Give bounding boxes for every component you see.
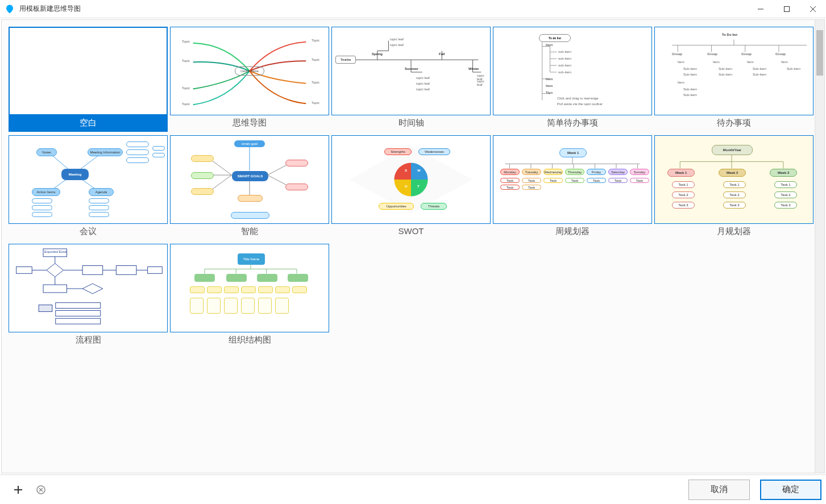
svg-rect-68 — [16, 266, 32, 273]
delete-template-button[interactable] — [33, 482, 49, 498]
vertical-scrollbar[interactable] — [815, 20, 824, 473]
template-week-plan-label: 周规划器 — [493, 224, 652, 240]
template-orgchart-thumb: Title Name — [170, 244, 329, 332]
template-grid-wrap: 空白 — [2, 20, 815, 473]
scrollbar-thumb[interactable] — [816, 30, 823, 76]
svg-rect-60 — [116, 266, 136, 275]
template-swot[interactable]: S W O T Strengths Weaknesses Opportuniti… — [331, 135, 491, 240]
template-timeline-thumb: Timeline Spring Summer Fall Winter topic… — [331, 27, 491, 115]
svg-line-36 — [268, 164, 289, 175]
template-meeting-label: 会议 — [9, 224, 168, 240]
template-month-plan[interactable]: Month/Year Week 1 Week 2 Week 3 Task 1 — [654, 135, 813, 240]
content-area: 空白 — [1, 19, 825, 473]
template-meeting-thumb: Meeting Meeting Information Notes Action… — [9, 135, 168, 224]
template-simple-todo-thumb: To do list Item — [493, 27, 652, 115]
svg-rect-71 — [56, 310, 101, 316]
template-smart-thumb: smart goal SMART GOALS — [170, 135, 329, 224]
titlebar: 用模板新建思维导图 — [0, 0, 826, 18]
template-mindmap-thumb: Central theme Topic Topic Topic Topic To… — [170, 27, 329, 115]
svg-rect-72 — [56, 318, 101, 324]
template-timeline[interactable]: Timeline Spring Summer Fall Winter topic… — [331, 27, 491, 132]
template-orgchart-label: 组织结构图 — [170, 332, 329, 349]
svg-rect-1 — [785, 6, 790, 11]
template-flowchart-thumb: Exported Excel — [9, 244, 168, 332]
window-controls — [748, 0, 826, 18]
template-flowchart-label: 流程图 — [9, 332, 168, 349]
window-title: 用模板新建思维导图 — [19, 4, 81, 14]
maximize-button[interactable] — [774, 0, 800, 18]
template-orgchart[interactable]: Title Name — [170, 244, 329, 349]
template-simple-todo-label: 简单待办事项 — [493, 115, 652, 132]
app-icon — [5, 4, 15, 14]
ok-button[interactable]: 确定 — [760, 480, 821, 500]
template-swot-thumb: S W O T Strengths Weaknesses Opportuniti… — [331, 135, 491, 224]
svg-line-35 — [210, 175, 232, 191]
template-todo[interactable]: To Do list Group Group Group Group — [654, 27, 813, 132]
template-meeting[interactable]: Meeting Meeting Information Notes Action… — [9, 135, 168, 240]
minimize-button[interactable] — [748, 0, 774, 18]
template-swot-label: SWOT — [331, 224, 491, 239]
template-grid: 空白 — [9, 27, 808, 349]
svg-rect-70 — [56, 303, 101, 309]
svg-rect-64 — [43, 285, 67, 293]
svg-marker-56 — [47, 264, 64, 277]
svg-rect-69 — [39, 305, 52, 312]
template-todo-label: 待办事项 — [654, 115, 813, 132]
svg-rect-62 — [148, 266, 163, 273]
template-week-plan[interactable]: Week 1 Monday T — [493, 135, 652, 240]
template-blank-label: 空白 — [9, 115, 168, 132]
mindmap-center-node: Central theme — [235, 66, 264, 76]
template-flowchart[interactable]: Exported Excel 流程图 — [9, 244, 168, 349]
template-mindmap[interactable]: Central theme Topic Topic Topic Topic To… — [170, 27, 329, 132]
svg-line-33 — [210, 159, 232, 175]
template-blank-thumb — [9, 27, 168, 115]
template-blank[interactable]: 空白 — [9, 27, 168, 132]
svg-marker-66 — [82, 284, 103, 294]
template-week-plan-thumb: Week 1 Monday T — [493, 135, 652, 224]
template-smart-label: 智能 — [170, 224, 329, 240]
add-template-button[interactable] — [10, 482, 26, 498]
template-smart[interactable]: smart goal SMART GOALS — [170, 135, 329, 240]
footer: 取消 确定 — [0, 474, 826, 504]
template-mindmap-label: 思维导图 — [170, 115, 329, 132]
template-simple-todo[interactable]: To do list Item — [493, 27, 652, 132]
svg-rect-58 — [82, 266, 103, 275]
template-month-plan-thumb: Month/Year Week 1 Week 2 Week 3 Task 1 — [654, 135, 813, 224]
template-timeline-label: 时间轴 — [331, 115, 491, 132]
cancel-button[interactable]: 取消 — [688, 480, 750, 500]
template-month-plan-label: 月规划器 — [654, 224, 813, 240]
close-button[interactable] — [800, 0, 826, 18]
template-todo-thumb: To Do list Group Group Group Group — [654, 27, 813, 115]
